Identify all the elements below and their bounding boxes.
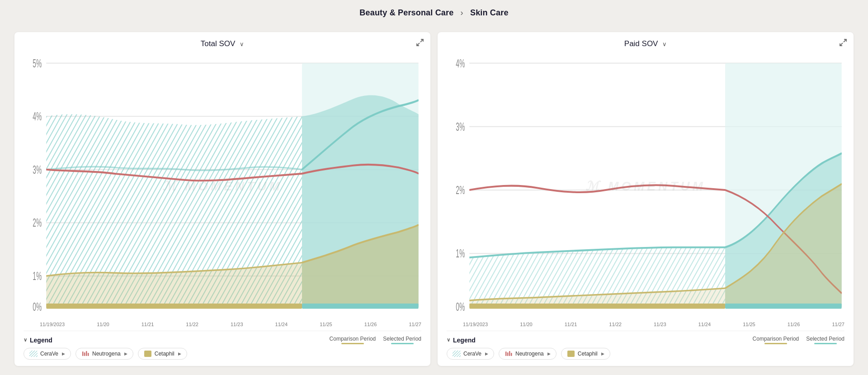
brand-pill-neutrogenaB[interactable]: Neutrogena ▶ [499,348,557,360]
x-axis-labels-total: 11/19/2023 11/20 11/21 11/22 11/23 11/24… [24,319,421,327]
legend-brands-paid: CeraVe ▶ Neutrogena ▶ [447,348,844,360]
legend-toggle-total[interactable]: ∨ [24,337,27,343]
expand-icon-paid[interactable] [839,38,847,48]
comparison-period-label-paid: Comparison Period [753,336,799,344]
svg-rect-19 [29,351,38,357]
svg-rect-20 [82,351,84,356]
svg-text:1%: 1% [456,247,465,260]
brand-pill-cetaphilB[interactable]: Cetaphil ▶ [561,348,610,360]
cetaphilA-chevron: ▶ [178,351,181,356]
legend-section-total: ∨ Legend Comparison Period Selected Peri… [24,331,421,360]
x-axis-labels-paid: 11/19/2023 11/20 11/21 11/22 11/23 11/24… [447,319,844,327]
svg-text:3%: 3% [33,164,42,176]
svg-rect-23 [88,353,89,356]
paid-title-chevron: ∨ [662,41,667,47]
svg-text:2%: 2% [456,184,465,196]
selected-line-paid [814,343,837,344]
svg-text:5%: 5% [33,57,42,69]
svg-line-1 [417,43,420,46]
paid-sov-title[interactable]: Paid SOV ∨ [447,39,844,48]
svg-rect-39 [469,304,725,309]
ceraveB-chevron: ▶ [485,351,488,356]
svg-line-25 [844,39,846,42]
legend-periods-total: Comparison Period Selected Period [330,336,421,344]
svg-rect-42 [453,351,461,357]
legend-header-paid: ∨ Legend Comparison Period Selected Peri… [447,336,844,344]
total-sov-chart-area: ℳ MOMENTUM 5% 4% 3% 2% 1% 0% [24,53,421,319]
ceraveA-chevron: ▶ [62,351,65,356]
neutrogenaB-icon [505,351,513,357]
svg-rect-45 [509,351,510,356]
svg-rect-44 [507,352,509,356]
charts-container: Total SOV ∨ ℳ MOMENTUM 5% 4% 3% 2% 1% 0% [0,25,868,375]
svg-line-0 [420,39,423,42]
expand-icon-total[interactable] [416,38,424,48]
cetaphilB-chevron: ▶ [601,351,604,356]
legend-section-paid: ∨ Legend Comparison Period Selected Peri… [447,331,844,360]
selected-period-label-paid: Selected Period [806,336,844,344]
svg-rect-16 [46,304,302,309]
ceraveB-icon [453,351,461,357]
svg-text:4%: 4% [33,110,42,123]
breadcrumb-separator: › [461,8,466,17]
total-sov-panel: Total SOV ∨ ℳ MOMENTUM 5% 4% 3% 2% 1% 0% [14,32,430,366]
svg-rect-24 [144,351,151,357]
brand-pill-cetaphilA[interactable]: Cetaphil ▶ [138,348,187,360]
brand-pill-ceraveB[interactable]: CeraVe ▶ [447,348,494,360]
legend-header-total: ∨ Legend Comparison Period Selected Peri… [24,336,421,344]
legend-toggle-paid[interactable]: ∨ [447,337,450,343]
total-sov-title[interactable]: Total SOV ∨ [24,39,421,48]
svg-line-26 [840,43,843,46]
svg-rect-43 [505,351,507,356]
breadcrumb-part2: Skin Care [470,8,509,17]
neutrogenaB-chevron: ▶ [547,351,551,356]
breadcrumb: Beauty & Personal Care › Skin Care [0,0,868,25]
svg-text:3%: 3% [456,121,465,133]
legend-brands-total: CeraVe ▶ Neutrogena ▶ [24,348,421,360]
svg-text:1%: 1% [33,270,42,282]
svg-rect-21 [84,352,85,356]
svg-text:0%: 0% [33,301,42,313]
svg-rect-40 [725,304,842,309]
comparison-line-paid [764,343,787,344]
svg-rect-22 [86,351,87,356]
svg-rect-46 [511,353,512,356]
comparison-line-total [341,343,364,344]
cetaphilA-icon [144,351,152,357]
paid-sov-chart-area: ℳ MOMENTUM 4% 3% 2% 1% 0% [447,53,844,319]
ceraveA-icon [29,351,38,357]
neutrogenaA-icon [81,351,90,357]
paid-sov-panel: Paid SOV ∨ ℳ MOMENTUM 4% 3% 2% 1% 0% [438,32,854,366]
comparison-period-label-total: Comparison Period [330,336,376,344]
svg-text:2%: 2% [33,217,42,229]
svg-rect-17 [302,304,419,309]
title-chevron: ∨ [240,41,244,47]
svg-rect-47 [567,351,575,357]
neutrogenaA-chevron: ▶ [124,351,127,356]
legend-title-paid[interactable]: ∨ Legend [447,337,476,344]
svg-text:4%: 4% [456,57,465,69]
selected-period-label-total: Selected Period [383,336,421,344]
legend-title-total[interactable]: ∨ Legend [24,337,52,344]
breadcrumb-part1: Beauty & Personal Care [359,8,453,17]
brand-pill-neutrogenaA[interactable]: Neutrogena ▶ [75,348,133,360]
svg-text:0%: 0% [456,301,465,313]
legend-periods-paid: Comparison Period Selected Period [753,336,844,344]
cetaphilB-icon [567,351,575,357]
brand-pill-ceraveA[interactable]: CeraVe ▶ [24,348,71,360]
selected-line-total [391,343,414,344]
